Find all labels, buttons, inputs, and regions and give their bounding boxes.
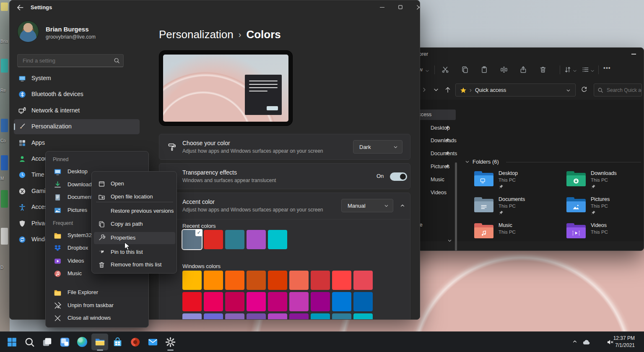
recent-color-swatch[interactable] xyxy=(204,230,223,249)
folder-tile-documents[interactable]: DocumentsThis PC xyxy=(474,194,564,217)
windows-color-swatch[interactable] xyxy=(289,292,309,311)
menu-item-open[interactable]: Open xyxy=(94,178,175,190)
recent-color-swatch[interactable] xyxy=(268,230,287,249)
recent-color-swatch[interactable] xyxy=(247,230,266,249)
minimize-button[interactable] xyxy=(631,54,636,55)
folders-section-header[interactable]: Folders (6) xyxy=(473,159,499,165)
jump-list-item-unpin-from-taskbar[interactable]: Unpin from taskbar xyxy=(48,300,147,312)
sidebar-item-bluetooth-devices[interactable]: Bluetooth & devices xyxy=(14,87,140,102)
jump-list-item-close-all-windows[interactable]: Close all windows xyxy=(48,312,147,324)
windows-color-swatch[interactable] xyxy=(289,313,309,320)
menu-item-copy-as-path[interactable]: Copy as path xyxy=(94,218,175,230)
taskbar-widgets-button[interactable] xyxy=(56,334,73,350)
windows-color-swatch[interactable] xyxy=(268,313,287,320)
address-breadcrumb[interactable]: Quick access xyxy=(455,83,576,96)
menu-item-properties[interactable]: Properties xyxy=(94,232,175,244)
windows-color-swatch[interactable] xyxy=(311,271,330,290)
taskbar-store-button[interactable] xyxy=(109,334,126,350)
forward-icon[interactable] xyxy=(421,86,428,93)
desktop-icon-fragment[interactable] xyxy=(1,228,8,245)
maximize-button[interactable] xyxy=(391,0,410,14)
accent-mode-dropdown[interactable]: Manual xyxy=(341,199,393,212)
collapse-button[interactable] xyxy=(397,200,408,211)
settings-search-box[interactable] xyxy=(17,54,124,67)
folder-tile-music[interactable]: MusicThis PC xyxy=(474,220,564,243)
view-icon[interactable] xyxy=(582,66,589,73)
cut-icon[interactable] xyxy=(441,66,449,73)
windows-color-swatch[interactable] xyxy=(247,292,266,311)
taskbar-search-button[interactable] xyxy=(21,334,38,350)
desktop-icon-fragment[interactable] xyxy=(1,190,8,208)
windows-color-swatch[interactable] xyxy=(247,271,266,290)
windows-color-swatch[interactable] xyxy=(353,271,373,290)
windows-color-swatch[interactable] xyxy=(204,292,223,311)
volume-muted-icon[interactable] xyxy=(607,339,614,346)
explorer-search-input[interactable] xyxy=(606,84,642,96)
menu-item-restore-previous-versions[interactable]: Restore previous versions xyxy=(94,205,175,217)
windows-color-swatch[interactable] xyxy=(247,313,266,320)
windows-color-swatch[interactable] xyxy=(182,313,202,320)
taskbar-edge-button[interactable] xyxy=(74,334,91,350)
folder-tile-pictures[interactable]: PicturesThis PC xyxy=(566,194,644,217)
folder-tile-desktop[interactable]: DesktopThis PC xyxy=(474,168,564,191)
windows-color-swatch[interactable] xyxy=(289,271,309,290)
copy-icon[interactable] xyxy=(461,66,469,73)
windows-color-swatch[interactable] xyxy=(204,313,223,320)
color-mode-dropdown[interactable]: Dark xyxy=(353,140,402,154)
explorer-search-box[interactable] xyxy=(594,83,642,96)
windows-color-swatch[interactable] xyxy=(268,292,287,311)
windows-color-swatch[interactable] xyxy=(268,271,287,290)
taskbar-file-explorer-button[interactable] xyxy=(91,334,108,350)
history-chevron-icon[interactable] xyxy=(433,86,439,93)
hidden-icons-chevron-icon[interactable] xyxy=(572,339,578,344)
windows-color-swatch[interactable] xyxy=(225,292,244,311)
windows-color-swatch[interactable] xyxy=(353,292,373,311)
transparency-toggle[interactable] xyxy=(390,172,407,181)
back-button[interactable] xyxy=(16,4,24,11)
nav-scrollbar[interactable] xyxy=(455,162,457,251)
rename-icon[interactable] xyxy=(500,66,508,73)
taskbar-mail-button[interactable] xyxy=(144,334,161,350)
trash-icon[interactable] xyxy=(539,66,547,73)
windows-color-swatch[interactable] xyxy=(332,271,351,290)
menu-item-remove-from-this-list[interactable]: Remove from this list xyxy=(94,259,175,271)
desktop-icon-fragment[interactable] xyxy=(1,3,8,11)
recent-color-swatch[interactable] xyxy=(225,230,244,249)
breadcrumb-parent[interactable]: Personalization xyxy=(159,28,234,41)
taskbar-settings-button[interactable] xyxy=(162,334,179,350)
windows-color-swatch[interactable] xyxy=(204,271,223,290)
taskbar-clock[interactable]: 12:37 PM 7/1/2021 xyxy=(613,335,635,349)
folder-tile-downloads[interactable]: DownloadsThis PC xyxy=(566,168,644,191)
sidebar-item-network-internet[interactable]: Network & internet xyxy=(14,103,140,118)
desktop-icon-fragment[interactable] xyxy=(1,155,8,170)
windows-color-swatch[interactable] xyxy=(332,292,351,311)
windows-color-swatch[interactable] xyxy=(353,313,373,320)
desktop-icon-fragment[interactable] xyxy=(1,119,8,132)
settings-search-input[interactable] xyxy=(22,55,110,67)
jump-list-item-file-explorer[interactable]: File Explorer xyxy=(48,287,147,299)
sidebar-item-personalization[interactable]: Personalization xyxy=(14,119,140,134)
onedrive-cloud-icon[interactable] xyxy=(582,338,590,346)
folder-tile-videos[interactable]: VideosThis PC xyxy=(566,220,644,243)
section-chevron-icon[interactable] xyxy=(465,159,470,164)
sort-icon[interactable] xyxy=(564,66,571,73)
windows-color-swatch[interactable] xyxy=(332,313,351,320)
address-dropdown-icon[interactable] xyxy=(566,88,571,93)
paste-icon[interactable] xyxy=(480,66,488,73)
windows-color-swatch[interactable] xyxy=(225,271,244,290)
close-button[interactable] xyxy=(410,0,420,14)
taskbar-start-button[interactable] xyxy=(3,334,20,350)
taskbar-task-view-button[interactable] xyxy=(39,334,55,350)
desktop-icon-fragment[interactable] xyxy=(1,59,8,73)
windows-color-swatch[interactable] xyxy=(182,271,202,290)
windows-color-swatch[interactable] xyxy=(225,313,244,320)
windows-color-swatch[interactable] xyxy=(311,313,330,320)
breadcrumb-location[interactable]: Quick access xyxy=(475,87,506,93)
recent-color-swatch[interactable]: ✓ xyxy=(182,230,202,249)
network-icon[interactable] xyxy=(595,339,603,346)
taskbar-office-button[interactable] xyxy=(127,334,143,350)
sidebar-item-apps[interactable]: Apps xyxy=(14,136,140,151)
minimize-button[interactable] xyxy=(373,0,391,14)
windows-color-swatch[interactable] xyxy=(311,292,330,311)
refresh-icon[interactable] xyxy=(581,86,587,93)
